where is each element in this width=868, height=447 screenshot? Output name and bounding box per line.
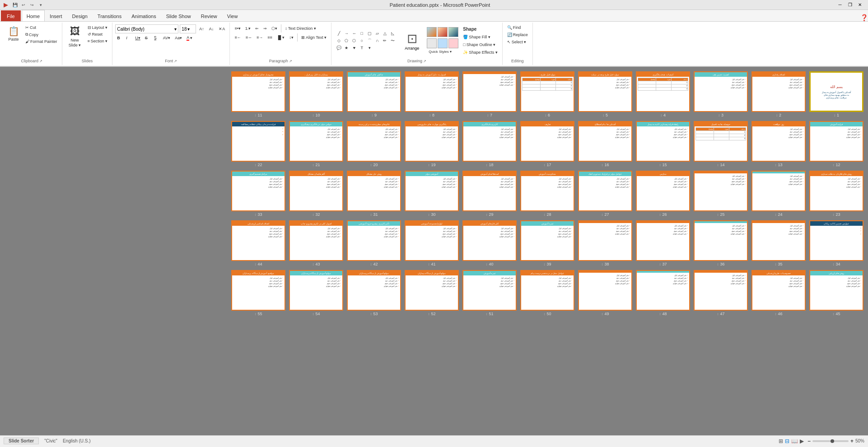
slide-item-2[interactable]: اهداف رفتاری • متن آموزشی اول • متن آموز…: [751, 71, 806, 117]
slide-item-28[interactable]: محکومیت آموزش • متن آموزشی اول • متن آمو…: [520, 171, 574, 217]
layout-button[interactable]: ⊟ Layout ▾: [86, 24, 110, 31]
shape-curve-btn[interactable]: ⌒: [366, 37, 373, 44]
slide-item-52[interactable]: موانع آموزش از دیدگاه بیماران • متن آموز…: [405, 270, 459, 316]
slideshow-icon[interactable]: ▶: [800, 438, 804, 444]
slide-item-18[interactable]: کاربری-یادیابگیری • متن آموزشی اول • متن…: [462, 121, 517, 167]
tab-transitions[interactable]: Transitions: [93, 10, 126, 21]
align-left-btn[interactable]: ≡←: [233, 34, 243, 41]
slide-item-17[interactable]: تعاریف • متن آموزشی اول • متن آموزشی دوم…: [520, 121, 574, 167]
slide-item-29[interactable]: استقلالمای آموزش • متن آموزشی اول • متن …: [462, 171, 517, 217]
tab-home[interactable]: Home: [22, 10, 45, 21]
align-right-btn[interactable]: ≡→: [255, 34, 265, 41]
new-slide-button[interactable]: 🖼 NewSlide ▾: [65, 24, 85, 49]
increase-font-size-btn[interactable]: A↑: [197, 26, 206, 32]
close-btn[interactable]: ✕: [855, 1, 864, 9]
shape-more-btn[interactable]: ▾: [366, 45, 373, 51]
save-qa-btn[interactable]: 💾: [11, 1, 19, 9]
slide-item-31[interactable]: روش حل مشکل • متن آموزشی اول • متن آموزش…: [347, 171, 401, 217]
slide-item-24[interactable]: • متن آموزشی اول • متن آموزشی دوم • متن …: [751, 171, 806, 217]
shape-arc-btn[interactable]: ∩: [373, 37, 381, 44]
minimize-btn[interactable]: ─: [835, 1, 845, 9]
tab-slideshow[interactable]: Slide Show: [161, 10, 196, 21]
undo-qa-btn[interactable]: ↩: [20, 1, 27, 9]
slide-item-47[interactable]: • متن آموزشی اول • متن آموزشی دوم • متن …: [694, 270, 748, 316]
slide-item-11[interactable]: محروم از تقابل آموزش در بیماری • متن آمو…: [231, 71, 285, 117]
shape-arrow-btn[interactable]: →: [343, 30, 350, 37]
bullets-btn[interactable]: ≡•▾: [233, 25, 242, 32]
increase-indent-btn[interactable]: ⇒: [261, 25, 269, 32]
zoom-out-btn[interactable]: −: [807, 438, 811, 444]
slide-item-48[interactable]: • متن آموزشی اول • متن آموزشی دوم • متن …: [636, 270, 690, 316]
slide-item-42[interactable]: تأثیر کاربری پیشرو جزوه آموزشی • متن آمو…: [347, 220, 401, 266]
zoom-in-btn[interactable]: +: [850, 438, 854, 444]
strikethrough-btn[interactable]: S: [143, 35, 151, 41]
reset-button[interactable]: ↺ Reset: [86, 31, 110, 37]
slide-item-21[interactable]: حواس مؤثر در یادگیری-پیشگیری • متن آموزش…: [289, 121, 343, 167]
slide-item-41[interactable]: لوازم/مجموعه آموزشی • متن آموزشی اول • م…: [405, 220, 459, 266]
slide-item-27[interactable]: عوامل مؤثر در قرارداد دستوری کمک • متن آ…: [578, 171, 632, 217]
shape-freeform-btn[interactable]: ✏: [381, 37, 388, 44]
slide-item-55[interactable]: مواضع آموزش از دیدگاه پرستاران • متن آمو…: [231, 270, 285, 316]
shape-pentagon-btn[interactable]: ⬠: [343, 37, 350, 44]
slide-item-12[interactable]: فرایند آموزش • متن آموزشی اول • متن آموز…: [809, 121, 863, 167]
bold-btn[interactable]: B: [115, 35, 123, 41]
font-expand-icon[interactable]: ↗: [174, 59, 177, 63]
shape-triangle-btn[interactable]: △: [381, 30, 388, 37]
slide-item-44[interactable]: اهداف اساسی ارزشیابی • متن آموزشی اول • …: [231, 220, 285, 266]
quick-style-4[interactable]: [427, 38, 437, 48]
underline-btn[interactable]: U▾: [133, 35, 142, 41]
quick-style-1[interactable]: [427, 27, 437, 37]
shape-diamond-btn[interactable]: ◇: [335, 37, 342, 44]
shape-textbox-btn[interactable]: T: [358, 45, 365, 51]
slide-item-39[interactable]: ثمره آموزش • متن آموزشی اول • متن آموزشی…: [520, 220, 574, 266]
shape-rtriangle-btn[interactable]: ◺: [389, 30, 396, 37]
shape-rect-btn[interactable]: □: [358, 30, 365, 37]
tab-design[interactable]: Design: [67, 10, 93, 21]
align-text-btn[interactable]: ⊠ Align Text ▾: [299, 34, 328, 41]
shape-line-btn[interactable]: ╱: [335, 30, 342, 37]
slide-item-53[interactable]: موانع آموزش از دیدگاه پرستاران • متن آمو…: [347, 270, 401, 316]
slide-item-14[interactable]: حوصله ها به تاصیل ردیف مورد توضیح 1 2 3: [694, 121, 748, 167]
slide-item-25[interactable]: • متن آموزشی اول • متن آموزشی دوم • متن …: [694, 171, 748, 217]
shape-effects-btn[interactable]: ✨ Shape Effects ▾: [461, 49, 499, 56]
find-button[interactable]: 🔍 Find: [505, 24, 523, 31]
quick-style-3[interactable]: [448, 27, 458, 37]
slide-item-37[interactable]: • متن آموزشی اول • متن آموزشی دوم • متن …: [636, 220, 690, 266]
replace-button[interactable]: 🔄 Replace: [505, 32, 530, 38]
slide-item-4[interactable]: کیفیات هدف یادگیری ردیف مورد توضیح 1 2 3: [636, 71, 690, 117]
slide-sorter[interactable]: محروم از تقابل آموزش در بیماری • متن آمو…: [0, 67, 868, 435]
slide-item-40[interactable]: کلی قارهای آموزش • متن آموزشی اول • متن …: [462, 220, 517, 266]
slide-item-22[interactable]: فراینده درمان پیکان عقلانه رمطالعه • • •…: [231, 121, 285, 167]
shape-callout1-btn[interactable]: 💬: [335, 45, 342, 51]
format-painter-button[interactable]: 🖌 Format Painter: [23, 38, 59, 45]
slide-item-30[interactable]: آموزشی مؤثر • متن آموزشی اول • متن آموزش…: [405, 171, 459, 217]
slide-item-20[interactable]: قانوهای مطرح شده در این زمینه • متن آموز…: [347, 121, 401, 167]
reading-view-icon[interactable]: 📖: [791, 438, 798, 444]
font-size-selector[interactable]: 18 ▾: [180, 24, 196, 33]
slide-item-9[interactable]: چالش های آموزش • متن آموزشی اول • متن آم…: [347, 71, 401, 117]
numbering-btn[interactable]: 1.▾: [243, 25, 253, 32]
slide-item-6[interactable]: موارد قبل طرح... ردیف مورد توضیح 1 2 3: [520, 71, 574, 117]
maximize-btn[interactable]: ❐: [845, 1, 854, 9]
slide-item-49[interactable]: • متن آموزشی اول • متن آموزشی دوم • متن …: [578, 270, 632, 316]
clear-formatting-btn[interactable]: ✕A: [217, 26, 227, 32]
char-spacing-btn[interactable]: AV▾: [161, 35, 172, 41]
justify-btn[interactable]: ≡≡: [266, 34, 274, 41]
normal-view-icon[interactable]: ⊞: [779, 438, 783, 444]
slide-item-5[interactable]: موارد قبل طرح و بعد در میلت • متن آموزشی…: [578, 71, 632, 117]
align-center-btn[interactable]: ≡↔: [244, 34, 254, 41]
font-name-selector[interactable]: Calibri (Body) ▾: [115, 24, 178, 33]
tab-review[interactable]: Review: [196, 10, 222, 21]
slide-item-35[interactable]: • متن آموزشی اول • متن آموزشی دوم • متن …: [751, 220, 806, 266]
slide-item-13[interactable]: روز مواقعت • متن آموزشی اول • متن آموزشی…: [751, 121, 806, 167]
slide-item-3[interactable]: اهمیت تعیین هف • متن آموزشی اول • متن آم…: [694, 71, 748, 117]
shadow-btn[interactable]: S̲: [152, 35, 160, 41]
slide-item-16[interactable]: آشنایی ها بنام اصطلاح • متن آموزشی اول •…: [578, 121, 632, 167]
decrease-indent-btn[interactable]: ⇐: [253, 25, 261, 32]
shape-star5-btn[interactable]: ★: [343, 45, 350, 51]
slide-item-7[interactable]: • متن آموزشی اول • متن آموزشی دوم • متن …: [462, 71, 517, 117]
shape-outline-btn[interactable]: □ Shape Outline ▾: [461, 42, 499, 48]
change-case-btn[interactable]: Aa▾: [173, 35, 184, 41]
slide-item-8[interactable]: اصول به دلیل آموزش به بیمار • متن آموزشی…: [405, 71, 459, 117]
quick-style-6[interactable]: [448, 38, 458, 48]
